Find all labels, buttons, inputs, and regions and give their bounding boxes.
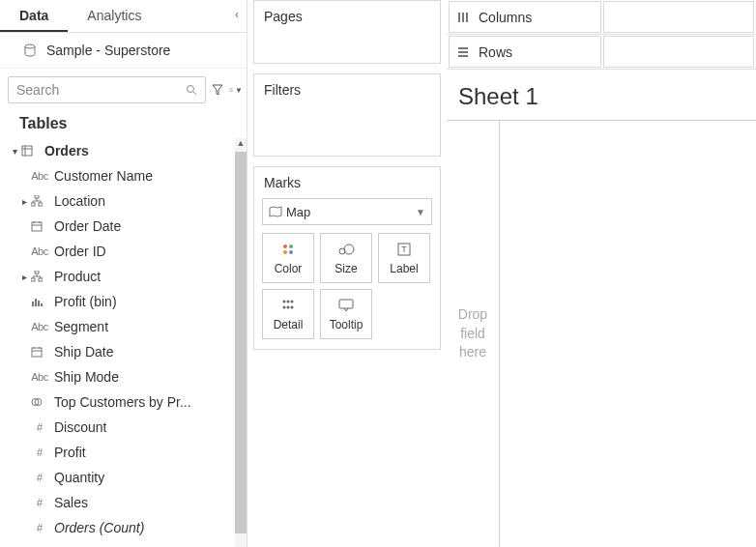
- number-icon: #: [31, 472, 48, 483]
- mark-size-button[interactable]: Size: [320, 233, 372, 283]
- marks-card: Marks Map ▼ Color: [253, 166, 441, 350]
- svg-line-2: [193, 92, 196, 95]
- datasource-icon: [23, 43, 39, 57]
- tree-table-orders[interactable]: ▾ Orders: [0, 138, 233, 163]
- field-product[interactable]: ▸ Product: [0, 264, 233, 289]
- string-icon: Abc: [31, 170, 48, 182]
- field-profit[interactable]: # Profit: [0, 440, 233, 465]
- svg-point-40: [289, 250, 293, 254]
- svg-point-45: [283, 301, 286, 303]
- scroll-up-icon[interactable]: ▲: [235, 138, 247, 152]
- search-box[interactable]: [8, 76, 206, 103]
- svg-rect-20: [35, 271, 39, 274]
- rows-text: Rows: [479, 44, 512, 60]
- mark-size-label: Size: [334, 262, 357, 275]
- number-icon: #: [31, 446, 48, 458]
- svg-point-1: [188, 86, 194, 93]
- field-quantity[interactable]: # Quantity: [0, 465, 233, 490]
- date-icon: [31, 220, 48, 232]
- field-sales[interactable]: # Sales: [0, 490, 233, 515]
- field-orders-count[interactable]: # Orders (Count): [0, 515, 233, 540]
- svg-rect-29: [38, 301, 40, 306]
- tree-label: Orders: [39, 143, 89, 158]
- pages-shelf[interactable]: Pages: [253, 0, 441, 64]
- search-input[interactable]: [16, 82, 186, 98]
- expand-icon[interactable]: ▸: [17, 196, 31, 207]
- columns-shelf-drop[interactable]: [603, 1, 754, 33]
- svg-point-49: [287, 306, 290, 309]
- field-ship-mode[interactable]: Abc Ship Mode: [0, 364, 233, 389]
- detail-icon: [281, 297, 295, 314]
- rows-icon: [457, 46, 471, 58]
- view-canvas[interactable]: [499, 120, 756, 547]
- svg-rect-21: [31, 278, 35, 281]
- svg-rect-30: [41, 303, 43, 306]
- tab-analytics-label: Analytics: [87, 8, 141, 23]
- tab-analytics[interactable]: Analytics ‹: [68, 0, 247, 32]
- number-icon: #: [31, 522, 48, 533]
- field-label: Order Date: [48, 218, 121, 234]
- field-location[interactable]: ▸ Location: [0, 188, 233, 214]
- string-icon: Abc: [31, 321, 48, 332]
- field-ship-date[interactable]: Ship Date: [0, 339, 233, 364]
- svg-point-47: [291, 301, 294, 303]
- datasource-label: Sample - Superstore: [46, 43, 170, 58]
- chevron-down-icon: ▼: [416, 207, 425, 217]
- list-view-icon[interactable]: ▼: [229, 84, 243, 96]
- field-order-id[interactable]: Abc Order ID: [0, 239, 233, 264]
- mark-detail-button[interactable]: Detail: [262, 289, 314, 339]
- mark-detail-label: Detail: [274, 318, 304, 331]
- filter-icon[interactable]: [212, 84, 223, 96]
- scroll-thumb[interactable]: [235, 152, 247, 533]
- field-label: Ship Mode: [48, 369, 119, 385]
- field-label: Ship Date: [48, 344, 113, 360]
- pages-title: Pages: [254, 1, 440, 32]
- datasource-row[interactable]: Sample - Superstore: [0, 33, 247, 69]
- row-drop-zone[interactable]: Drop field here: [447, 120, 499, 547]
- svg-rect-31: [32, 348, 42, 357]
- svg-text:T: T: [401, 245, 407, 254]
- tables-header: Tables: [0, 107, 247, 138]
- rows-shelf-label: Rows: [449, 36, 601, 68]
- collapse-panel-icon[interactable]: ‹: [235, 8, 239, 21]
- size-icon: [337, 241, 355, 258]
- map-icon: [269, 206, 286, 217]
- field-customer-name[interactable]: Abc Customer Name: [0, 163, 233, 188]
- field-discount[interactable]: # Discount: [0, 415, 233, 440]
- field-label: Location: [48, 193, 105, 209]
- mark-color-button[interactable]: Color: [262, 233, 314, 283]
- svg-point-42: [344, 245, 354, 254]
- mark-color-label: Color: [275, 262, 303, 275]
- field-label: Profit (bin): [48, 294, 117, 309]
- collapse-icon[interactable]: ▾: [8, 146, 21, 157]
- filters-shelf[interactable]: Filters: [253, 73, 441, 157]
- mark-label-button[interactable]: T Label: [378, 233, 430, 283]
- field-order-date[interactable]: Order Date: [0, 214, 233, 239]
- mark-type-dropdown[interactable]: Map ▼: [262, 198, 432, 225]
- svg-point-0: [25, 44, 35, 48]
- tooltip-icon: [338, 297, 354, 314]
- label-icon: T: [397, 241, 411, 258]
- number-icon: #: [31, 497, 48, 508]
- field-segment[interactable]: Abc Segment: [0, 314, 233, 339]
- svg-point-50: [291, 306, 294, 309]
- rows-shelf-drop[interactable]: [603, 36, 754, 68]
- search-icon: [186, 84, 197, 96]
- sheet-title[interactable]: Sheet 1: [447, 70, 756, 120]
- svg-point-37: [283, 245, 287, 248]
- field-profit-bin[interactable]: Profit (bin): [0, 289, 233, 314]
- set-icon: [31, 396, 48, 408]
- expand-icon[interactable]: ▸: [17, 272, 31, 282]
- field-label: Customer Name: [48, 168, 153, 184]
- filters-title: Filters: [254, 74, 440, 105]
- mark-tooltip-button[interactable]: Tooltip: [320, 289, 372, 339]
- date-icon: [31, 346, 48, 358]
- field-label: Order ID: [48, 244, 106, 259]
- svg-point-48: [283, 306, 286, 309]
- tab-data[interactable]: Data: [0, 0, 68, 32]
- mark-tooltip-label: Tooltip: [330, 318, 363, 331]
- columns-text: Columns: [479, 10, 532, 25]
- string-icon: Abc: [31, 371, 48, 383]
- field-top-customers[interactable]: Top Customers by Pr...: [0, 389, 233, 415]
- tree-scrollbar[interactable]: ▲: [235, 138, 247, 547]
